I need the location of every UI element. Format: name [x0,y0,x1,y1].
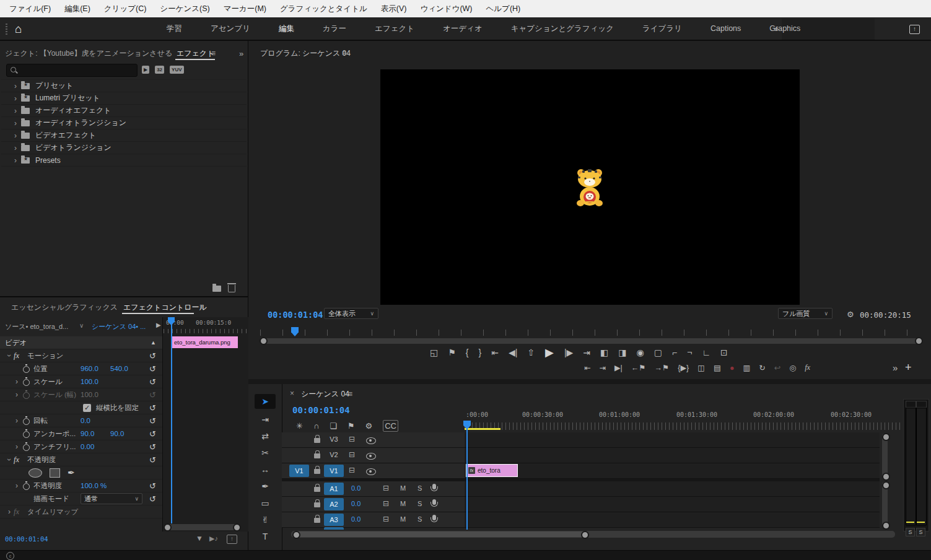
razor-tool[interactable]: ✂ [249,444,281,461]
workspace-effects[interactable]: エフェクト [361,17,429,41]
playback-quality-select[interactable]: フル画質∨ [778,308,833,319]
track-volume[interactable]: 0.0 [351,515,361,523]
rotation-value[interactable]: 0.0 [81,417,110,424]
creative-cloud-icon[interactable]: c [6,552,14,560]
hscroll-knob-left[interactable] [292,531,300,539]
chevron-down-icon[interactable]: › [5,351,14,360]
ec-row-position[interactable]: 位置 960.0 540.0 ↺ [0,362,162,375]
menu-clip[interactable]: クリップ(C) [97,4,154,14]
ec-playhead-line[interactable] [171,324,172,523]
workspace-overflow-icon[interactable]: » [774,24,779,33]
next-marker-icon[interactable]: →⚑ [655,363,670,372]
type-tool[interactable]: T [249,528,281,545]
accelerated-effects-badge[interactable]: ▶ [142,66,149,74]
effects-bin-audio-transitions[interactable]: ›オーディオトランジション [1,117,247,129]
stopwatch-icon[interactable] [21,481,33,491]
trim-backward-icon[interactable]: ⌐ [672,348,677,357]
multicam-icon[interactable]: ▥ [743,363,750,372]
reset-icon[interactable]: ↺ [149,416,156,426]
track-select-forward-tool[interactable]: ⇥ [249,411,281,427]
track-v2[interactable]: V2 ⊟ [282,448,880,463]
workspace-audio[interactable]: オーディオ [429,17,497,41]
tab-essential-graphics[interactable]: エッセンシャルグラフィックス [11,302,118,313]
collapse-icon[interactable]: ▲ [151,339,156,346]
slip-tool[interactable]: ↔ [249,461,281,478]
effects-bin-video-transitions[interactable]: ›ビデオトランジション [1,142,247,154]
mute-button[interactable]: M [400,500,406,507]
panel-menu-icon[interactable]: ≡ [211,49,216,58]
ec-row-opacity-fx[interactable]: › fx 不透明度 ↺ [0,453,162,466]
zoom-level-select[interactable]: 全体表示∨ [324,308,378,319]
vscroll-knob[interactable] [882,433,890,441]
mute-button[interactable]: M [400,515,406,523]
selection-tool[interactable]: ➤ [255,394,276,409]
reset-icon[interactable]: ↺ [149,351,156,361]
lock-icon[interactable] [314,453,320,458]
sync-lock-icon[interactable]: ⊟ [349,450,355,459]
menu-graphics-titles[interactable]: グラフィックとタイトル [273,4,374,14]
lift-icon[interactable]: ⇧ [527,348,535,357]
safe-margins-icon[interactable]: ▢ [654,348,662,357]
reset-icon[interactable]: ↺ [149,455,156,465]
menu-view[interactable]: 表示(V) [374,4,414,14]
lock-icon[interactable] [314,487,320,492]
workspace-assembly[interactable]: アセンブリ [196,17,264,41]
ec-row-time-remap[interactable]: › fx タイムリマップ [0,505,162,518]
track-v1[interactable]: V1 V1 ⊟ fx eto_tora [282,463,880,479]
mark-out-icon[interactable]: } [478,348,481,357]
scale-value[interactable]: 100.0 [81,378,110,385]
timeline-ruler-ticks[interactable] [465,422,902,430]
workspace-captions-graphics[interactable]: キャプションとグラフィック [497,17,628,41]
overwrite-icon[interactable]: ◨ [618,348,626,357]
ec-scrollbar[interactable] [165,524,240,530]
lock-icon[interactable] [314,438,320,443]
reset-icon[interactable]: ↺ [149,481,156,491]
lock-icon[interactable] [314,502,320,507]
effects-bin-user-presets[interactable]: ›Presets [1,154,247,167]
track-content-v1[interactable]: fx eto_tora [465,463,880,478]
track-content-a2[interactable] [465,497,880,512]
stopwatch-icon[interactable] [21,377,33,387]
track-volume[interactable]: 0.0 [351,484,361,492]
menu-marker[interactable]: マーカー(M) [217,4,273,14]
yuv-badge[interactable]: YUV [170,66,183,74]
ec-row-blend-mode[interactable]: 描画モード 通常 ∨ ↺ [0,492,162,505]
previous-marker-icon[interactable]: ←⚑ [631,363,646,372]
track-a2[interactable]: A2 0.0 ⊟ M S [282,497,880,512]
timeline-timecode[interactable]: 00:00:01:04 [292,405,350,415]
hscroll-knob-right[interactable] [581,531,589,539]
reset-icon[interactable]: ↺ [149,494,156,504]
menu-window[interactable]: ウィンドウ(W) [413,4,479,14]
home-icon[interactable]: ⌂ [15,22,22,36]
sync-lock-icon[interactable]: ⊟ [349,466,355,475]
solo-button[interactable]: S [417,515,422,523]
comparison-view-icon[interactable]: ◱ [430,348,438,357]
ec-row-rotation[interactable]: › 回転 0.0 ↺ [0,414,162,427]
track-a1[interactable]: A1 0.0 ⊟ M S [282,481,880,497]
anchor-x-value[interactable]: 90.0 [81,430,110,437]
voiceover-mic-icon[interactable] [432,484,436,489]
meter-solo-left[interactable]: S [906,528,915,536]
ruler-icon[interactable]: ∟ [702,348,710,357]
pen-tool[interactable]: ✒ [249,478,281,494]
chevron-down-icon[interactable]: › [5,455,14,464]
menu-edit[interactable]: 編集(E) [58,4,97,14]
opacity-value[interactable]: 100.0 % [81,482,118,489]
panel-menu-icon[interactable]: ≡ [348,390,352,398]
add-marker-icon[interactable]: ⚑ [448,348,456,357]
rectangle-tool[interactable]: ▭ [249,494,281,511]
search-input[interactable] [20,65,134,76]
fx-badge-icon[interactable]: fx [805,363,810,372]
transparency-grid-icon[interactable]: ◎ [789,363,796,372]
blend-mode-select[interactable]: 通常 ∨ [81,493,142,504]
workspace-graphics[interactable]: Graphics [755,17,815,41]
ec-source-tab[interactable]: ソース• eto_tora_d... [5,322,68,331]
insert-icon[interactable]: ◧ [600,348,608,357]
checkbox-checked-icon[interactable]: ✓ [83,404,91,412]
chevron-right-icon[interactable]: › [12,377,21,386]
track-content-a1[interactable] [465,481,880,496]
track-target-a1[interactable]: A1 [324,483,344,495]
sync-lock-icon[interactable]: ⊟ [349,435,355,444]
track-a3[interactable]: A3 0.0 ⊟ M S [282,512,880,528]
reset-icon[interactable]: ↺ [149,377,156,387]
